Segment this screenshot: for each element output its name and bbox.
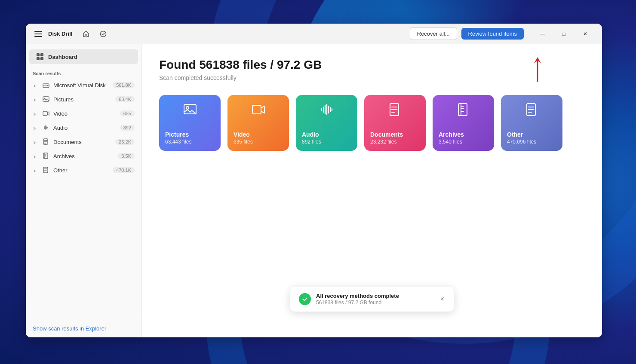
- svg-rect-9: [43, 111, 47, 116]
- toast-notification: All recovery methods complete 561838 fil…: [290, 287, 454, 312]
- hamburger-menu-icon[interactable]: [33, 29, 44, 39]
- other-label: Other: [53, 167, 113, 174]
- svg-rect-7: [43, 97, 49, 101]
- card-archives[interactable]: Archives 3,540 files: [433, 95, 494, 151]
- svg-rect-15: [252, 105, 261, 114]
- category-cards-grid: Pictures 63,443 files Video 635 files Au…: [159, 95, 585, 151]
- chevron-icon: [33, 110, 39, 116]
- nav-icons: [72, 27, 117, 41]
- svg-rect-17: [458, 104, 467, 116]
- chevron-icon: [33, 167, 39, 173]
- documents-icon: [42, 138, 50, 146]
- svg-point-6: [47, 86, 48, 86]
- toast-close-button[interactable]: ×: [439, 294, 445, 304]
- audio-card-count: 892 files: [302, 139, 321, 145]
- content-area: Dashboard Scan results Microsoft Virtual…: [26, 44, 602, 337]
- svg-rect-2: [40, 53, 43, 56]
- sidebar-nav: Dashboard Scan results Microsoft Virtual…: [26, 44, 141, 181]
- archives-label: Archives: [53, 153, 118, 159]
- title-bar-controls: — □ ✕: [532, 27, 595, 41]
- app-window: Disk Drill Recover all... Review found i…: [26, 24, 602, 337]
- card-audio[interactable]: Audio 892 files: [296, 95, 357, 151]
- card-video[interactable]: Video 635 files: [227, 95, 289, 151]
- archives-card-count: 3,540 files: [439, 139, 462, 145]
- sidebar-item-other[interactable]: Other 470.1K: [26, 163, 141, 177]
- home-icon: [83, 31, 89, 37]
- video-card-label: Video: [234, 131, 250, 138]
- status-check-button[interactable]: [96, 27, 110, 41]
- review-found-items-button[interactable]: Review found items: [461, 28, 524, 40]
- app-title: Disk Drill: [48, 31, 72, 37]
- header-actions: Recover all... Review found items: [410, 28, 524, 40]
- pictures-count: 63.4K: [115, 96, 135, 102]
- svg-rect-1: [37, 53, 40, 56]
- svg-point-14: [186, 107, 189, 109]
- chevron-icon: [33, 125, 39, 131]
- sidebar-item-pictures[interactable]: Pictures 63.4K: [26, 92, 141, 106]
- main-content: Found 561838 files / 97.2 GB Scan comple…: [142, 44, 602, 337]
- toast-title: All recovery methods complete: [316, 293, 434, 299]
- card-documents[interactable]: Documents 23,232 files: [364, 95, 426, 151]
- audio-card-label: Audio: [302, 131, 319, 138]
- minimize-button[interactable]: —: [532, 27, 552, 41]
- video-label: Video: [53, 110, 120, 117]
- documents-label: Documents: [53, 139, 115, 145]
- audio-label: Audio: [53, 125, 120, 131]
- video-icon: [42, 110, 50, 117]
- chevron-icon: [33, 82, 39, 88]
- other-card-label: Other: [507, 131, 523, 138]
- sidebar-item-virtual-disk[interactable]: Microsoft Virtual Disk 561.8K: [26, 78, 141, 92]
- sidebar-item-audio[interactable]: Audio 892: [26, 121, 141, 135]
- sidebar-item-documents[interactable]: Documents 23.2K: [26, 135, 141, 149]
- sidebar-item-video[interactable]: Video 635: [26, 107, 141, 120]
- sidebar-item-dashboard[interactable]: Dashboard: [29, 49, 138, 64]
- documents-card-count: 23,232 files: [370, 139, 396, 145]
- toast-text: All recovery methods complete 561838 fil…: [316, 293, 434, 306]
- virtual-disk-count: 561.8K: [113, 82, 135, 88]
- documents-count: 23.2K: [115, 139, 135, 145]
- pictures-card-count: 63,443 files: [165, 139, 191, 145]
- chevron-icon: [33, 153, 39, 159]
- chevron-icon: [33, 139, 39, 145]
- sidebar-item-archives[interactable]: Archives 3.5K: [26, 149, 141, 163]
- pictures-card-label: Pictures: [165, 131, 189, 138]
- close-button[interactable]: ✕: [575, 27, 595, 41]
- scan-results-section-label: Scan results: [26, 66, 141, 78]
- audio-card-icon: [320, 103, 334, 119]
- title-bar: Disk Drill Recover all... Review found i…: [26, 24, 602, 44]
- toast-subtitle: 561838 files / 97.2 GB found: [316, 300, 434, 306]
- pictures-icon: [42, 95, 50, 103]
- home-button[interactable]: [79, 27, 93, 41]
- sidebar: Dashboard Scan results Microsoft Virtual…: [26, 44, 142, 337]
- virtual-disk-label: Microsoft Virtual Disk: [53, 82, 113, 89]
- main-title: Found 561838 files / 97.2 GB: [159, 58, 585, 72]
- documents-card-icon: [388, 103, 402, 119]
- archives-card-label: Archives: [439, 131, 464, 138]
- card-other[interactable]: Other 470,096 files: [501, 95, 562, 151]
- svg-rect-4: [40, 57, 43, 60]
- archives-icon: [42, 152, 50, 160]
- video-count: 635: [120, 110, 135, 116]
- card-pictures[interactable]: Pictures 63,443 files: [159, 95, 221, 151]
- svg-rect-3: [37, 57, 40, 60]
- check-circle-icon: [100, 31, 107, 37]
- toast-check-icon: [299, 293, 311, 305]
- show-scan-results-button[interactable]: Show scan results in Explorer: [33, 325, 106, 332]
- audio-icon: [42, 124, 50, 132]
- documents-card-label: Documents: [370, 131, 403, 138]
- video-card-count: 635 files: [234, 139, 253, 145]
- video-card-icon: [252, 103, 265, 119]
- archives-card-icon: [457, 103, 470, 119]
- sidebar-footer: Show scan results in Explorer: [26, 319, 141, 337]
- audio-count: 892: [120, 125, 135, 131]
- chevron-icon: [33, 96, 39, 102]
- other-count: 470.1K: [113, 167, 135, 173]
- other-card-icon: [525, 103, 539, 119]
- other-icon: [42, 166, 50, 174]
- dashboard-label: Dashboard: [48, 54, 77, 60]
- maximize-button[interactable]: □: [554, 27, 574, 41]
- pictures-label: Pictures: [53, 96, 115, 103]
- hdd-icon: [42, 81, 50, 89]
- recover-all-button[interactable]: Recover all...: [410, 28, 457, 40]
- pictures-card-icon: [183, 103, 197, 119]
